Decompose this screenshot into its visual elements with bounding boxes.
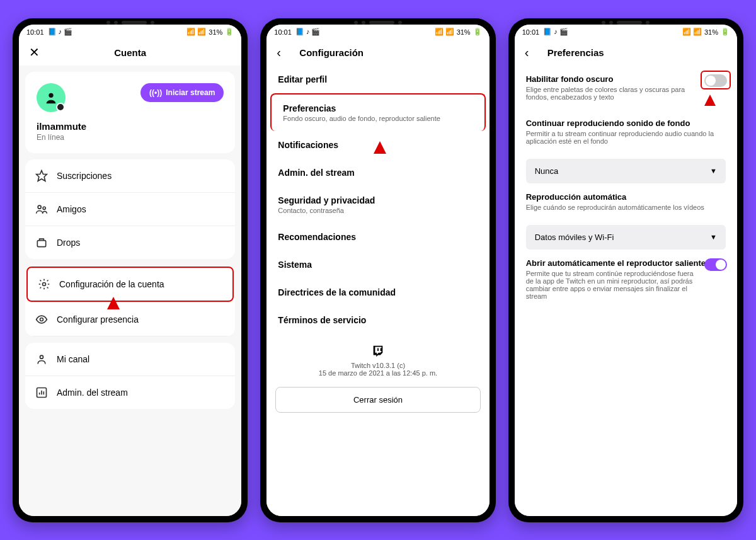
svg-point-8 (40, 355, 43, 359)
page-title: Cuenta (114, 47, 146, 58)
menu-presence[interactable]: Configurar presencia (25, 303, 235, 336)
svg-point-5 (43, 282, 46, 285)
pref-dark-mode: Habilitar fondo oscuro Elige entre palet… (515, 66, 737, 110)
menu-subscriptions[interactable]: Suscripciones (25, 159, 235, 193)
bg-audio-select[interactable]: Nunca ▼ (526, 159, 726, 183)
close-icon[interactable]: ✕ (29, 45, 40, 60)
pref-pip: Abrir automáticamente el reproductor sal… (515, 250, 737, 309)
phone-preferences: 10:01📘 ♪ 🎬 📶 📶31%🔋 ‹ Preferencias Habili… (508, 18, 743, 522)
header: ✕ Cuenta (19, 40, 241, 66)
logout-button[interactable]: Cerrar sesión (275, 387, 480, 413)
menu-account-settings[interactable]: Configuración de la cuenta (26, 267, 234, 302)
svg-marker-1 (37, 170, 47, 181)
menu-my-channel[interactable]: Mi canal (25, 343, 235, 376)
footer-version: Twitch v10.3.1 (c) 15 de marzo de 2021 a… (266, 334, 489, 387)
drops-icon (35, 236, 48, 249)
gear-icon (38, 278, 50, 290)
menu-stream-admin[interactable]: Admin. del stream (25, 376, 235, 409)
pref-bg-audio: Continuar reproduciendo sonido de fondo … (515, 110, 737, 154)
twitch-icon (371, 344, 385, 358)
pref-autoplay: Reproducción automática Elige cuándo se … (515, 183, 737, 220)
eye-icon (35, 313, 48, 326)
start-stream-button[interactable]: ((•)) Iniciar stream (140, 83, 224, 102)
header: ‹ Preferencias (515, 40, 737, 66)
star-icon (35, 169, 48, 182)
autoplay-select[interactable]: Datos móviles y Wi-Fi ▼ (526, 225, 726, 250)
cfg-tos[interactable]: Términos de servicio (266, 306, 489, 334)
svg-point-0 (49, 93, 53, 97)
cfg-preferences[interactable]: Preferencias Fondo oscuro, audio de fond… (270, 93, 485, 131)
menu-group-c: Mi canal Admin. del stream (25, 343, 235, 409)
cfg-security[interactable]: Seguridad y privacidad Contacto, contras… (266, 187, 489, 223)
person-icon (35, 353, 48, 365)
dashboard-icon (35, 386, 48, 399)
menu-friends[interactable]: Amigos (25, 193, 235, 226)
back-icon[interactable]: ‹ (525, 45, 529, 60)
statusbar: 10:01📘 ♪ 🎬 📶 📶31%🔋 (266, 25, 489, 40)
status: En línea (37, 133, 224, 142)
broadcast-icon: ((•)) (149, 88, 162, 97)
statusbar: 10:01📘 ♪ 🎬 📶 📶31%🔋 (515, 25, 737, 40)
cfg-system[interactable]: Sistema (266, 251, 489, 279)
username: ilmammute (37, 121, 224, 132)
phone-config: 10:01📘 ♪ 🎬 📶 📶31%🔋 ‹ Configuración Edita… (260, 18, 495, 522)
cfg-stream-admin[interactable]: Admin. del stream (266, 159, 489, 187)
svg-point-2 (38, 205, 41, 209)
avatar[interactable] (37, 83, 66, 112)
menu-group-b: Configuración de la cuenta Configurar pr… (25, 265, 235, 336)
page-title: Configuración (299, 47, 364, 58)
cfg-recommendations[interactable]: Recomendaciones (266, 223, 489, 251)
cfg-community-guidelines[interactable]: Directrices de la comunidad (266, 279, 489, 306)
menu-group-a: Suscripciones Amigos Drops (25, 159, 235, 259)
annotation-highlight (701, 71, 731, 89)
header: ‹ Configuración (266, 40, 489, 66)
svg-point-6 (40, 318, 43, 321)
page-title: Preferencias (547, 47, 604, 58)
pip-toggle[interactable] (704, 258, 727, 271)
phone-account: 10:01📘 ♪ 🎬 📶 📶31%🔋 ✕ Cuenta ((•)) Inicia… (13, 18, 248, 522)
chevron-down-icon: ▼ (710, 167, 717, 175)
profile-card: ((•)) Iniciar stream ilmammute En línea (25, 72, 235, 153)
cfg-edit-profile[interactable]: Editar perfil (266, 66, 489, 93)
svg-rect-4 (37, 240, 45, 246)
svg-point-3 (43, 207, 45, 209)
cfg-notifications[interactable]: Notificaciones (266, 131, 489, 159)
back-icon[interactable]: ‹ (277, 45, 281, 60)
statusbar: 10:01📘 ♪ 🎬 📶 📶31%🔋 (19, 25, 241, 40)
friends-icon (35, 203, 48, 215)
menu-drops[interactable]: Drops (25, 226, 235, 259)
chevron-down-icon: ▼ (710, 233, 717, 241)
